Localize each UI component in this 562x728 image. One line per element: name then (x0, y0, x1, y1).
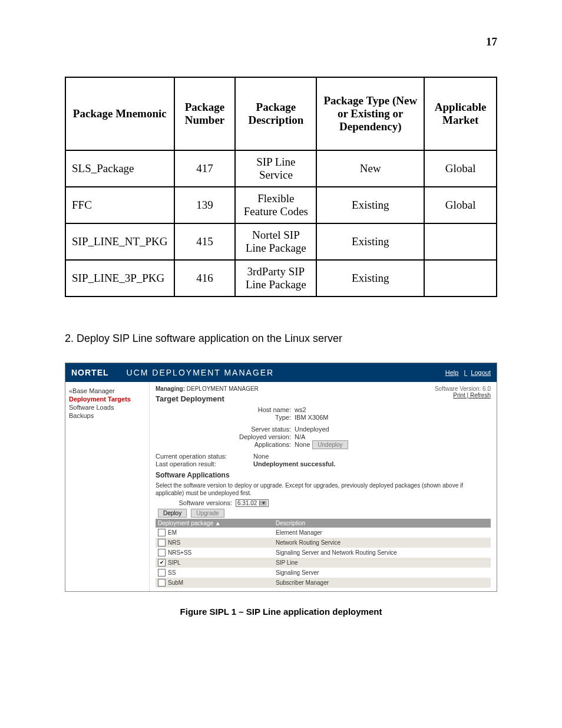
table-header-row: Package Mnemonic Package Number Package … (65, 77, 497, 150)
pkg-header-name[interactable]: Deployment package ▲ (158, 520, 276, 526)
pkg-name: NRS+SS (168, 549, 191, 556)
undeploy-button[interactable]: Undeploy (312, 440, 348, 449)
managing-value: DEPLOYMENT MANAGER (187, 386, 259, 392)
cell-mnemonic: SIP_LINE_NT_PKG (65, 223, 174, 260)
pkg-checkbox[interactable] (158, 539, 166, 546)
sidebar-deployment-targets[interactable]: Deployment Targets (69, 395, 146, 403)
pkg-desc: Signaling Server (276, 569, 319, 576)
app-header: NORTEL UCM DEPLOYMENT MANAGER Help | Log… (65, 363, 497, 382)
type-label: Type: (156, 414, 295, 421)
pkg-desc: Element Manager (276, 529, 322, 536)
server-status-label: Server status: (156, 426, 295, 433)
print-refresh-links[interactable]: Print | Refresh (453, 392, 491, 398)
pkg-row: NRSNetwork Routing Service (156, 538, 491, 548)
upgrade-button[interactable]: Upgrade (191, 509, 224, 518)
sw-versions-label: Software versions: (156, 499, 236, 507)
pkg-desc: Subscriber Manager (276, 579, 329, 586)
target-deployment-heading: Target Deployment (156, 394, 224, 403)
pkg-name: SIPL (168, 559, 181, 566)
pkg-desc: Network Routing Service (276, 539, 340, 546)
sidebar-backups[interactable]: Backups (69, 411, 146, 420)
current-op-value: None (253, 453, 269, 460)
sidebar-software-loads[interactable]: Software Loads (69, 403, 146, 411)
sidebar-base-manager[interactable]: «Base Manager (69, 387, 146, 395)
cell-market: Global (424, 187, 497, 223)
cell-mnemonic: FFC (65, 187, 174, 223)
th-description: Package Description (235, 77, 316, 150)
cell-market (424, 260, 497, 297)
cell-desc: Flexible Feature Codes (235, 187, 316, 223)
chevron-down-icon: ▼ (259, 500, 267, 506)
table-row: SIP_LINE_3P_PKG 416 3rdParty SIP Line Pa… (65, 260, 497, 297)
cell-mnemonic: SIP_LINE_3P_PKG (65, 260, 174, 297)
software-version-label: Software Version: 6.0 (435, 386, 491, 392)
current-op-label: Current operation status: (156, 453, 253, 460)
table-row: FFC 139 Flexible Feature Codes Existing … (65, 187, 497, 223)
pkg-name: SS (168, 569, 176, 576)
applications-label: Applications: (156, 441, 295, 448)
th-market: Applicable Market (424, 77, 497, 150)
deploy-button[interactable]: Deploy (158, 509, 187, 518)
deployment-manager-screenshot: NORTEL UCM DEPLOYMENT MANAGER Help | Log… (65, 363, 497, 592)
cell-type: New (316, 150, 424, 187)
pkg-row: SIPLSIP Line (156, 558, 491, 568)
pkg-checkbox[interactable] (158, 579, 166, 587)
th-type: Package Type (New or Existing or Depende… (316, 77, 424, 150)
cell-type: Existing (316, 187, 424, 223)
package-table: Package Mnemonic Package Number Package … (65, 77, 497, 297)
pkg-name: SubM (168, 579, 183, 586)
pkg-row: EMElement Manager (156, 528, 491, 538)
logout-link[interactable]: Logout (471, 369, 491, 376)
deployed-version-label: Deployed version: (156, 433, 295, 440)
cell-desc: 3rdParty SIP Line Package (235, 260, 316, 297)
pkg-name: EM (168, 529, 177, 536)
pkg-row: NRS+SSSignaling Server and Network Routi… (156, 548, 491, 558)
hostname-label: Host name: (156, 406, 295, 413)
software-applications-heading: Software Applications (156, 471, 491, 479)
cell-market (424, 223, 497, 260)
managing-label: Managing: (156, 386, 185, 392)
cell-type: Existing (316, 223, 424, 260)
type-value: IBM X306M (295, 414, 328, 421)
cell-desc: Nortel SIP Line Package (235, 223, 316, 260)
software-applications-note: Select the software version to deploy or… (156, 482, 491, 497)
cell-number: 139 (174, 187, 236, 223)
page-number: 17 (486, 35, 497, 48)
table-row: SIP_LINE_NT_PKG 415 Nortel SIP Line Pack… (65, 223, 497, 260)
figure-caption: Figure SIPL 1 – SIP Line application dep… (65, 607, 497, 617)
hostname-value: ws2 (295, 406, 306, 413)
server-status-value: Undeployed (295, 426, 329, 433)
pkg-checkbox[interactable] (158, 549, 166, 556)
pkg-checkbox[interactable] (158, 529, 166, 536)
applications-value: NoneUndeploy (295, 441, 348, 448)
cell-mnemonic: SLS_Package (65, 150, 174, 187)
pkg-header-desc: Description (276, 520, 305, 526)
last-op-value: Undeployment successful. (253, 460, 335, 467)
pkg-row: SubMSubscriber Manager (156, 578, 491, 588)
help-link[interactable]: Help (445, 369, 459, 376)
cell-number: 415 (174, 223, 236, 260)
pkg-checkbox[interactable] (158, 569, 166, 577)
main-panel: Software Version: 6.0 Managing: DEPLOYME… (150, 382, 497, 591)
step-text: 2. Deploy SIP Line software application … (65, 332, 497, 345)
th-number: Package Number (174, 77, 236, 150)
cell-number: 417 (174, 150, 236, 187)
table-row: SLS_Package 417 SIP Line Service New Glo… (65, 150, 497, 187)
nortel-logo: NORTEL (71, 368, 109, 377)
cell-market: Global (424, 150, 497, 187)
deployed-version-value: N/A (295, 433, 305, 440)
pkg-name: NRS (168, 539, 180, 546)
cell-number: 416 (174, 260, 236, 297)
pkg-checkbox[interactable] (158, 559, 166, 566)
app-title: UCM DEPLOYMENT MANAGER (109, 368, 442, 377)
sw-versions-select[interactable]: 6.31.02▼ (236, 499, 269, 507)
cell-desc: SIP Line Service (235, 150, 316, 187)
th-mnemonic: Package Mnemonic (65, 77, 174, 150)
pkg-desc: SIP Line (276, 559, 298, 566)
cell-type: Existing (316, 260, 424, 297)
pkg-row: SSSignaling Server (156, 568, 491, 578)
pkg-list-header: Deployment package ▲ Description (156, 519, 491, 528)
pkg-desc: Signaling Server and Network Routing Ser… (276, 549, 397, 556)
header-divider: | (464, 369, 467, 376)
sidebar: «Base Manager Deployment Targets Softwar… (65, 382, 150, 591)
